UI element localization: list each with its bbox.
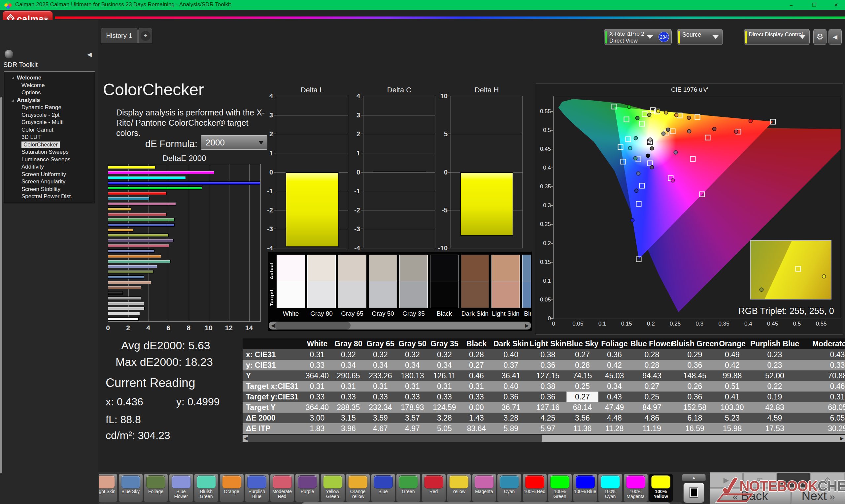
patch-button-purplish-blue[interactable]: Purplish Blue	[245, 474, 269, 502]
sidebar-item-spectral-power-dist-[interactable]: Spectral Power Dist.	[4, 193, 95, 200]
table-scrollbar[interactable]: ◀ ▶	[243, 435, 845, 442]
table-cell: 288.35	[332, 402, 365, 413]
patch-button-red[interactable]: Red	[422, 474, 446, 502]
patch-button-blue-sky[interactable]: Blue Sky	[119, 474, 143, 502]
patch-button-blue[interactable]: Blue	[371, 474, 395, 502]
meter-badge[interactable]: 234	[658, 32, 669, 42]
sidebar-item-colorchecker[interactable]: ColorChecker	[4, 141, 95, 149]
media-button[interactable]: ▶	[710, 473, 743, 487]
patch-scrollbar[interactable]: ◀ ▶	[99, 502, 683, 504]
sidebar-item-dynamic-range[interactable]: Dynamic Range	[4, 104, 95, 111]
strip-swatch-blue-sky[interactable]: Blue Sky	[522, 255, 531, 317]
gridline	[276, 153, 348, 154]
chevron-right-icon: »	[827, 491, 835, 502]
column-header-light-skin: Light Skin	[529, 338, 566, 349]
patch-button-cyan[interactable]: Cyan	[497, 474, 522, 502]
sidebar-item-additivity[interactable]: Additivity	[4, 163, 95, 171]
sidebar-item-luminance-sweeps[interactable]: Luminance Sweeps	[4, 156, 95, 164]
strip-swatch-gray-50[interactable]: Gray 50	[369, 255, 397, 317]
sidebar-item-grayscale-2pt[interactable]: Grayscale - 2pt	[4, 111, 95, 119]
sidebar-item-screen-uniformity[interactable]: Screen Uniformity	[4, 171, 95, 178]
target-square	[770, 119, 776, 124]
sidebar-item-welcome[interactable]: Welcome	[4, 82, 95, 89]
patch-button-foliage[interactable]: Foliage	[144, 474, 168, 502]
patch-button-100-green[interactable]: 100% Green	[548, 474, 572, 502]
table-cell: 0.34	[397, 360, 428, 371]
patch-button-orange-yellow[interactable]: Orange Yellow	[346, 474, 370, 502]
patch-button-green[interactable]: Green	[396, 474, 421, 502]
table-cell: 17.53	[748, 423, 801, 434]
strip-swatch-light-skin[interactable]: Light Skin	[492, 255, 520, 317]
column-header-blue-flower: Blue Flower	[631, 338, 673, 349]
minimize-icon[interactable]: –	[784, 0, 799, 10]
patch-button-light-skin[interactable]: Light Skin	[99, 474, 118, 502]
patch-button-blue-flower[interactable]: Blue Flower	[169, 474, 193, 502]
strip-scroll-thumb[interactable]	[275, 322, 351, 329]
sidebar-group-welcome[interactable]: Welcome	[4, 74, 95, 82]
patch-button-100-yellow[interactable]: 100% Yellow	[649, 474, 673, 502]
measured-point	[634, 188, 638, 193]
expand-up-button[interactable]: ▲	[682, 474, 706, 481]
strip-swatch-gray-65[interactable]: Gray 65	[338, 255, 366, 317]
patch-scroll-thumb[interactable]	[302, 502, 670, 504]
patch-button-100-blue[interactable]: 100% Blue	[573, 474, 597, 502]
patch-label: 100% Yellow	[649, 489, 673, 499]
patch-button-bluish-green[interactable]: Bluish Green	[194, 474, 218, 502]
tab-history-1[interactable]: History 1	[101, 28, 138, 43]
patch-button-100-red[interactable]: 100% Red	[523, 474, 547, 502]
strip-swatch-dark-skin[interactable]: Dark Skin	[461, 255, 489, 317]
gear-icon[interactable]: ⚙	[813, 29, 827, 45]
sidebar-item-grayscale-multi[interactable]: Grayscale - Multi	[4, 119, 95, 126]
strip-swatch-black[interactable]: Black	[430, 255, 458, 317]
sidebar-item-3d-lut[interactable]: 3D LUT	[4, 133, 95, 141]
sidebar-item-saturation-sweeps[interactable]: Saturation Sweeps	[4, 148, 95, 156]
left-scrollbar[interactable]	[0, 97, 2, 473]
restore-icon[interactable]: ❐	[807, 0, 822, 10]
sidebar-item-options[interactable]: Options	[4, 89, 95, 97]
scroll-left-icon[interactable]: ◀	[244, 435, 248, 442]
strip-swatch-gray-80[interactable]: Gray 80	[307, 255, 336, 317]
strip-swatch-gray-35[interactable]: Gray 35	[399, 255, 428, 317]
table-cell: 0.26	[673, 381, 716, 392]
display-control-dropdown[interactable]: Direct Display Control	[744, 29, 810, 45]
table-scroll-thumb[interactable]	[248, 435, 542, 442]
patch-button-magenta[interactable]: Magenta	[472, 474, 496, 502]
source-dropdown[interactable]: Source	[677, 29, 723, 45]
patch-button-100-cyan[interactable]: 100% Cyan	[598, 474, 622, 502]
scroll-left-icon[interactable]: ◀	[271, 322, 275, 329]
patch-button-yellow[interactable]: Yellow	[446, 474, 471, 502]
actual-target-strip: Actual Target WhiteGray 80Gray 65Gray 50…	[268, 252, 532, 331]
strip-swatch-white[interactable]: White	[277, 255, 305, 317]
scroll-right-icon[interactable]: ▶	[525, 322, 529, 329]
media-button[interactable]: ⊞	[743, 473, 776, 487]
cdm2-label: cd/m²:	[106, 430, 135, 441]
scroll-right-icon[interactable]: ▶	[678, 502, 681, 504]
pattern-window-button[interactable]	[683, 483, 704, 503]
y-label: y:	[176, 396, 184, 408]
back-button[interactable]: « Back	[710, 488, 791, 504]
strip-scrollbar[interactable]: ◀ ▶	[269, 322, 531, 329]
selected-cell[interactable]: 0.27	[566, 392, 598, 402]
media-button[interactable]: ∞	[777, 473, 810, 487]
patch-button-moderate-red[interactable]: Moderate Red	[270, 474, 295, 502]
tab-add-button[interactable]: +	[138, 28, 152, 43]
media-button[interactable]: ⚙	[811, 473, 844, 487]
sidebar-item-screen-stability[interactable]: Screen Stability	[4, 186, 95, 193]
sidebar-collapse-icon[interactable]: ◀	[85, 50, 94, 59]
target-square	[670, 129, 676, 134]
patch-button-100-magenta[interactable]: 100% Magenta	[623, 474, 648, 502]
sidebar-group-analysis[interactable]: Analysis	[4, 97, 95, 104]
patch-button-yellow-green[interactable]: Yellow Green	[320, 474, 345, 502]
sidebar-orb-button[interactable]	[5, 50, 13, 58]
de-formula-dropdown[interactable]: 2000	[201, 135, 267, 150]
patch-button-purple[interactable]: Purple	[295, 474, 319, 502]
patch-button-orange[interactable]: Orange	[219, 474, 244, 502]
sidebar-item-color-gamut[interactable]: Color Gamut	[4, 126, 95, 134]
sidebar-item-screen-angularity[interactable]: Screen Angularity	[4, 178, 95, 186]
table-cell: 0.51	[716, 381, 748, 392]
close-icon[interactable]: ✕	[828, 0, 844, 10]
collapse-panel-icon[interactable]: ◀	[828, 29, 842, 45]
scroll-left-icon[interactable]: ◀	[101, 502, 103, 504]
next-button[interactable]: Next »	[792, 488, 845, 504]
scroll-right-icon[interactable]: ▶	[840, 435, 844, 442]
